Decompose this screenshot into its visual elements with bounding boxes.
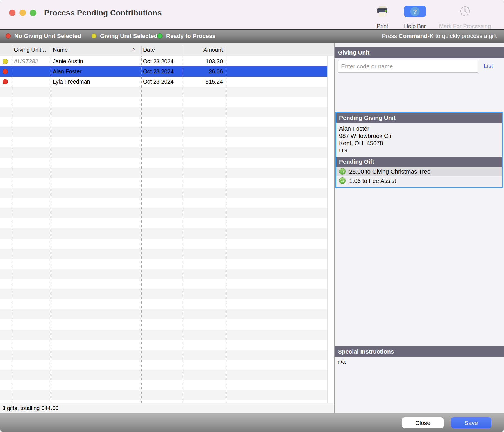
save-button[interactable]: Save [451,417,491,428]
address-line: US [339,147,499,154]
row-amount: 103.30 [183,56,225,66]
row-name: Lyla Freedman [53,76,140,87]
row-date: Oct 23 2024 [143,76,181,87]
sort-ascending-icon: ^ [132,43,135,57]
status-dot-icon [6,33,11,39]
titlebar: Process Pending Contributions Print ? He [0,0,504,29]
column-header-name[interactable]: Name [53,43,68,57]
row-status-cell [0,56,12,66]
row-amount: 515.24 [183,76,225,87]
row-amount: 26.06 [183,66,225,76]
gifts-summary: 3 gifts, totalling 644.60 [0,403,334,413]
minimize-window-button[interactable] [19,10,26,16]
legend-label: Ready to Process [166,33,215,39]
column-header-giving-unit[interactable]: Giving Unit... [14,43,46,57]
row-giving-unit-code [14,76,50,87]
column-header-amount[interactable]: Amount [183,43,225,57]
row-giving-unit-code: AUST382 [14,56,50,66]
process-pending-contributions-window: Process Pending Contributions Print ? He [0,0,504,432]
gift-label: 25.00 to Giving Christmas Tree [349,168,430,175]
special-instructions-header: Special Instructions [335,346,504,357]
close-window-button[interactable] [9,10,15,16]
giving-unit-section-header: Giving Unit [335,47,504,58]
process-gift-arrow-icon: → [339,168,346,175]
row-name: Alan Foster [53,66,140,76]
help-bar-button[interactable]: ? Help Bar [402,5,428,28]
question-mark-icon: ? [410,7,420,16]
address-line: Alan Foster [339,125,499,132]
status-dot-icon [3,79,8,84]
help-bar-icon: ? [404,6,426,17]
pending-giving-unit-header: Pending Giving Unit [336,113,502,123]
table-row[interactable]: Lyla FreedmanOct 23 2024515.24 [0,76,327,87]
table-gutter [327,56,334,403]
row-name: Janie Austin [53,56,140,66]
mark-for-processing-label: Mark For Processing [435,23,495,30]
row-date: Oct 23 2024 [143,66,181,76]
list-link[interactable]: List [484,62,493,69]
status-dot-icon [157,33,162,39]
print-button-label: Print [370,23,395,30]
status-dot-icon [3,59,8,64]
mark-for-processing-button[interactable]: Mark For Processing [435,5,495,28]
address-line: Kent, OH 45678 [339,140,499,147]
hint-suffix: to quickly process a gift [434,33,497,39]
status-dot-icon [91,33,96,39]
table-row[interactable]: AUST382Janie AustinOct 23 2024103.30 [0,56,327,66]
row-status-cell [0,66,12,76]
pending-gift-header: Pending Gift [336,157,502,167]
row-status-cell [0,76,12,87]
table-row[interactable]: Alan FosterOct 23 202426.06 [0,66,327,76]
pending-panel: Pending Giving Unit Alan Foster987 Willo… [335,112,503,188]
row-giving-unit-code [14,66,50,76]
clock-icon [459,5,471,19]
special-instructions-value: n/a [335,357,504,413]
pending-address: Alan Foster987 Willowbrook CirKent, OH 4… [336,123,502,157]
legend-label: No Giving Unit Selected [14,33,81,39]
hint-prefix: Press [382,33,399,39]
hint-key: Command-K [399,33,434,39]
close-button[interactable]: Close [402,417,444,428]
table-header: Giving Unit... Name ^ Date Amount [0,43,334,56]
gift-label: 1.06 to Fee Assist [349,177,396,184]
column-header-date[interactable]: Date [143,43,155,57]
giving-unit-search-input[interactable] [338,60,478,73]
contributions-table: AUST382Janie AustinOct 23 2024103.30Alan… [0,56,327,403]
print-button[interactable]: Print [370,5,395,28]
legend-item: No Giving Unit Selected [6,29,81,43]
legend-item: Giving Unit Selected [91,29,157,43]
legend-label: Giving Unit Selected [100,33,157,39]
zoom-window-button[interactable] [30,10,36,16]
row-date: Oct 23 2024 [143,56,181,66]
footer-bar: Close Save [0,413,504,432]
status-legend-bar: No Giving Unit SelectedGiving Unit Selec… [0,29,504,43]
pending-gift-row[interactable]: →25.00 to Giving Christmas Tree [336,167,502,176]
right-panel: Giving Unit List Pending Giving Unit Ala… [335,43,504,413]
address-line: 987 Willowbrook Cir [339,132,499,140]
pending-gift-list: →25.00 to Giving Christmas Tree→1.06 to … [336,167,502,185]
shortcut-hint: Press Command-K to quickly process a gif… [382,29,497,43]
printer-icon [376,6,389,19]
status-dot-icon [3,69,8,74]
window-title: Process Pending Contributions [44,8,162,17]
legend-item: Ready to Process [157,29,215,43]
pending-gift-row[interactable]: →1.06 to Fee Assist [336,176,502,185]
help-bar-button-label: Help Bar [402,23,428,30]
process-gift-arrow-icon: → [339,177,346,184]
